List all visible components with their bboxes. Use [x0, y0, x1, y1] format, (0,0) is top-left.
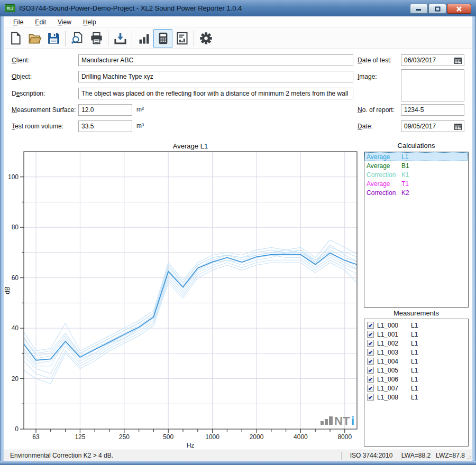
test-room-volume-input[interactable] — [78, 120, 132, 132]
measurement-name: L1_003 — [377, 349, 401, 356]
calculation-id: L1 — [401, 153, 408, 161]
measurement-checkbox[interactable]: ✔ — [367, 385, 374, 392]
import-icon — [113, 31, 127, 45]
date-field — [401, 120, 464, 132]
maximize-icon — [435, 6, 441, 12]
x-axis-label: Hz — [187, 442, 195, 449]
chart-title: Average L1 — [173, 142, 208, 150]
measurement-type: L1 — [411, 376, 418, 383]
menu-view[interactable]: View — [52, 17, 77, 27]
svg-text:125: 125 — [75, 433, 85, 441]
calculation-row-B1[interactable]: AverageB1 — [364, 161, 468, 170]
status-message: Environmental Correction K2 > 4 dB. — [4, 452, 341, 459]
measurement-row-L1_000[interactable]: ✔L1_000L1 — [364, 321, 468, 330]
measurement-row-L1_007[interactable]: ✔L1_007L1 — [364, 384, 468, 393]
calculator-button[interactable] — [153, 29, 172, 48]
measurement-surface-label: Measurement Surface: — [12, 106, 76, 114]
measurement-row-L1_008[interactable]: ✔L1_008L1 — [364, 393, 468, 402]
client-input[interactable] — [78, 54, 353, 66]
measurement-row-L1_004[interactable]: ✔L1_004L1 — [364, 357, 468, 366]
measurement-row-L1_006[interactable]: ✔L1_006L1 — [364, 375, 468, 384]
resize-grip-icon — [465, 450, 472, 461]
print-button[interactable] — [87, 29, 106, 48]
print-preview-button[interactable] — [68, 29, 87, 48]
svg-text:i: i — [351, 414, 354, 427]
image-label: Image: — [358, 73, 377, 80]
measurement-row-L1_002[interactable]: ✔L1_002L1 — [364, 339, 468, 348]
measurement-name: L1_008 — [377, 394, 401, 401]
window-border-right — [472, 16, 476, 465]
menu-file[interactable]: File — [7, 17, 29, 27]
calculation-row-K2[interactable]: CorrectionK2 — [364, 188, 468, 197]
surface-unit: m² — [136, 106, 144, 113]
report-button[interactable] — [172, 29, 191, 48]
calendar-icon — [454, 123, 462, 130]
menu-edit[interactable]: Edit — [29, 17, 52, 27]
bar-chart-button[interactable] — [134, 29, 153, 48]
calculation-row-L1[interactable]: AverageL1 — [364, 152, 468, 161]
date-label: Date: — [358, 123, 373, 130]
measurement-checkbox[interactable]: ✔ — [367, 367, 374, 374]
bar-chart-icon — [137, 31, 151, 45]
measurement-row-L1_005[interactable]: ✔L1_005L1 — [364, 366, 468, 375]
resize-grip[interactable] — [465, 450, 472, 461]
date-of-test-input[interactable] — [401, 55, 452, 65]
svg-text:100: 100 — [8, 173, 19, 181]
measurement-checkbox[interactable]: ✔ — [367, 394, 374, 401]
new-document-button[interactable] — [6, 29, 25, 48]
date-of-test-calendar-button[interactable] — [452, 55, 464, 66]
test-room-volume-label: Test room volume: — [12, 123, 63, 130]
description-input[interactable] — [78, 88, 353, 99]
open-folder-button[interactable] — [25, 29, 44, 48]
object-label: Object: — [12, 73, 32, 80]
image-box[interactable] — [401, 69, 464, 101]
measurement-type: L1 — [411, 349, 418, 356]
minimize-icon — [416, 6, 422, 11]
import-button[interactable] — [111, 29, 130, 48]
measurement-line-L1_007 — [21, 245, 359, 354]
measurement-line-L1_008 — [21, 263, 359, 384]
measurement-checkbox[interactable]: ✔ — [367, 322, 374, 329]
measurement-name: L1_006 — [377, 376, 401, 383]
calculation-id: T1 — [401, 180, 409, 188]
date-of-test-label: Date of test: — [358, 57, 392, 64]
maximize-button[interactable] — [428, 4, 446, 14]
measurements-list: ✔L1_000L1✔L1_001L1✔L1_002L1✔L1_003L1✔L1_… — [364, 319, 469, 447]
measurement-type: L1 — [411, 367, 418, 374]
object-input[interactable] — [78, 71, 353, 82]
window-controls — [410, 4, 471, 14]
calculation-row-T1[interactable]: AverageT1 — [364, 179, 468, 188]
date-calendar-button[interactable] — [452, 121, 464, 132]
save-button[interactable] — [44, 29, 63, 48]
new-document-icon — [8, 31, 23, 45]
measurement-surface-input[interactable] — [78, 104, 132, 116]
measurement-row-L1_001[interactable]: ✔L1_001L1 — [364, 330, 468, 339]
app-window: XL2 ISO3744-Sound-Power-Demo-Project - X… — [0, 0, 476, 465]
description-label: Description: — [12, 90, 45, 97]
measurement-checkbox[interactable]: ✔ — [367, 331, 374, 338]
measurement-row-L1_003[interactable]: ✔L1_003L1 — [364, 348, 468, 357]
menu-help[interactable]: Help — [77, 17, 102, 27]
measurement-type: L1 — [411, 331, 418, 338]
calculations-list: AverageL1AverageB1CorrectionK1AverageT1C… — [364, 152, 469, 308]
close-button[interactable] — [447, 4, 471, 14]
measurement-checkbox[interactable]: ✔ — [367, 340, 374, 347]
toolbar-separator — [65, 31, 66, 46]
measurement-type: L1 — [411, 340, 418, 347]
measurement-name: L1_004 — [377, 358, 401, 365]
measurement-checkbox[interactable]: ✔ — [367, 376, 374, 383]
window-border-left — [0, 16, 4, 465]
window-title: ISO3744-Sound-Power-Demo-Project - XL2 S… — [19, 4, 242, 12]
measurement-checkbox[interactable]: ✔ — [367, 349, 374, 356]
title-bar[interactable]: XL2 ISO3744-Sound-Power-Demo-Project - X… — [0, 0, 476, 16]
status-levels: LWA=88.2 LWZ=87.8 — [401, 452, 465, 459]
date-input[interactable] — [401, 122, 452, 131]
calculation-id: K1 — [401, 171, 409, 179]
calculation-row-K1[interactable]: CorrectionK1 — [364, 170, 468, 179]
settings-button[interactable] — [196, 29, 215, 48]
report-no-input[interactable] — [401, 104, 464, 116]
minimize-button[interactable] — [410, 4, 428, 14]
measurement-checkbox[interactable]: ✔ — [367, 358, 374, 365]
measurements-title: Measurements — [364, 309, 469, 317]
settings-icon — [199, 31, 213, 45]
